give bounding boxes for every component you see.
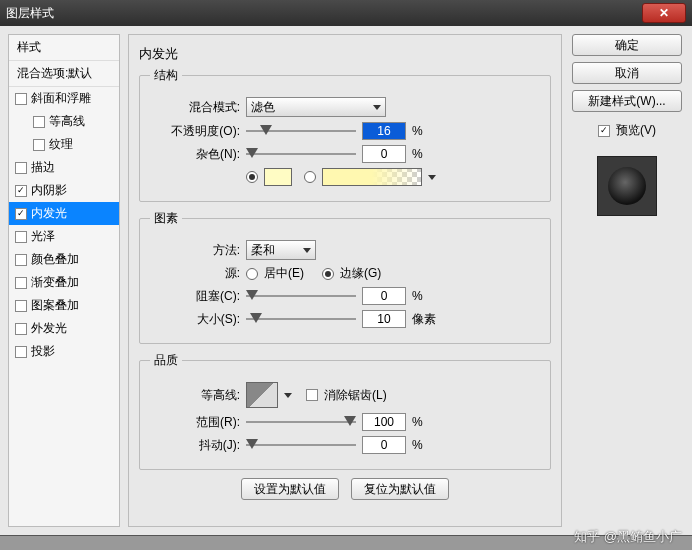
antialias-checkbox[interactable] (306, 389, 318, 401)
watermark: 知乎 @黑鲔鱼小广 (574, 528, 682, 546)
styles-sidebar: 样式 混合选项:默认 斜面和浮雕等高线纹理描边内阴影内发光光泽颜色叠加渐变叠加图… (8, 34, 120, 527)
range-slider[interactable] (246, 414, 356, 430)
source-label: 源: (150, 265, 240, 282)
preview-thumbnail (597, 156, 657, 216)
quality-group: 品质 等高线: 消除锯齿(L) 范围(R): 100 % 抖动(J): (139, 352, 551, 470)
sidebar-item-label: 光泽 (31, 228, 55, 245)
preview-checkbox[interactable] (598, 125, 610, 137)
sidebar-item-label: 颜色叠加 (31, 251, 79, 268)
sidebar-checkbox[interactable] (15, 346, 27, 358)
blend-mode-label: 混合模式: (150, 99, 240, 116)
antialias-label: 消除锯齿(L) (324, 387, 387, 404)
source-edge-radio[interactable] (322, 268, 334, 280)
sidebar-item-4[interactable]: 内阴影 (9, 179, 119, 202)
jitter-input[interactable]: 0 (362, 436, 406, 454)
noise-slider[interactable] (246, 146, 356, 162)
cancel-button[interactable]: 取消 (572, 62, 682, 84)
settings-panel: 内发光 结构 混合模式: 滤色 不透明度(O): 16 % 杂 (128, 34, 562, 527)
blend-mode-value: 滤色 (251, 99, 275, 116)
panel-title: 内发光 (139, 45, 551, 63)
opacity-slider[interactable] (246, 123, 356, 139)
ok-button[interactable]: 确定 (572, 34, 682, 56)
size-unit: 像素 (412, 311, 436, 328)
sidebar-item-8[interactable]: 渐变叠加 (9, 271, 119, 294)
noise-unit: % (412, 147, 423, 161)
opacity-label: 不透明度(O): (150, 123, 240, 140)
titlebar[interactable]: 图层样式 ✕ (0, 0, 692, 26)
sidebar-item-0[interactable]: 斜面和浮雕 (9, 87, 119, 110)
sidebar-item-6[interactable]: 光泽 (9, 225, 119, 248)
contour-picker[interactable] (246, 382, 278, 408)
elements-legend: 图素 (150, 210, 182, 227)
chevron-down-icon[interactable] (284, 393, 292, 398)
gradient-swatch[interactable] (322, 168, 422, 186)
sidebar-header[interactable]: 样式 (9, 35, 119, 61)
choke-input[interactable]: 0 (362, 287, 406, 305)
sidebar-item-11[interactable]: 投影 (9, 340, 119, 363)
structure-legend: 结构 (150, 67, 182, 84)
contour-label: 等高线: (150, 387, 240, 404)
sidebar-item-7[interactable]: 颜色叠加 (9, 248, 119, 271)
sidebar-checkbox[interactable] (15, 254, 27, 266)
layer-style-dialog: 图层样式 ✕ 样式 混合选项:默认 斜面和浮雕等高线纹理描边内阴影内发光光泽颜色… (0, 0, 692, 535)
sidebar-checkbox[interactable] (33, 139, 45, 151)
technique-select[interactable]: 柔和 (246, 240, 316, 260)
range-label: 范围(R): (150, 414, 240, 431)
sidebar-item-9[interactable]: 图案叠加 (9, 294, 119, 317)
sidebar-item-label: 纹理 (49, 136, 73, 153)
size-slider[interactable] (246, 311, 356, 327)
sidebar-item-label: 图案叠加 (31, 297, 79, 314)
sidebar-item-label: 内发光 (31, 205, 67, 222)
sidebar-item-label: 投影 (31, 343, 55, 360)
source-center-radio[interactable] (246, 268, 258, 280)
sidebar-checkbox[interactable] (33, 116, 45, 128)
choke-slider[interactable] (246, 288, 356, 304)
sidebar-item-label: 描边 (31, 159, 55, 176)
sidebar-item-label: 内阴影 (31, 182, 67, 199)
sidebar-checkbox[interactable] (15, 277, 27, 289)
color-swatch[interactable] (264, 168, 292, 186)
jitter-unit: % (412, 438, 423, 452)
sidebar-checkbox[interactable] (15, 300, 27, 312)
technique-label: 方法: (150, 242, 240, 259)
sidebar-item-3[interactable]: 描边 (9, 156, 119, 179)
jitter-label: 抖动(J): (150, 437, 240, 454)
preview-label: 预览(V) (616, 122, 656, 139)
sidebar-checkbox[interactable] (15, 231, 27, 243)
size-label: 大小(S): (150, 311, 240, 328)
new-style-button[interactable]: 新建样式(W)... (572, 90, 682, 112)
sidebar-item-1[interactable]: 等高线 (9, 110, 119, 133)
elements-group: 图素 方法: 柔和 源: 居中(E) 边缘(G) 阻塞(C): (139, 210, 551, 344)
sidebar-item-10[interactable]: 外发光 (9, 317, 119, 340)
sidebar-checkbox[interactable] (15, 162, 27, 174)
sidebar-item-label: 外发光 (31, 320, 67, 337)
sidebar-item-2[interactable]: 纹理 (9, 133, 119, 156)
blend-mode-select[interactable]: 滤色 (246, 97, 386, 117)
sidebar-item-label: 等高线 (49, 113, 85, 130)
fill-color-radio[interactable] (246, 171, 258, 183)
range-unit: % (412, 415, 423, 429)
right-panel: 确定 取消 新建样式(W)... 预览(V) (570, 34, 684, 527)
sidebar-checkbox[interactable] (15, 208, 27, 220)
sidebar-item-5[interactable]: 内发光 (9, 202, 119, 225)
close-button[interactable]: ✕ (642, 3, 686, 23)
reset-default-button[interactable]: 复位为默认值 (351, 478, 449, 500)
noise-input[interactable]: 0 (362, 145, 406, 163)
sidebar-item-label: 渐变叠加 (31, 274, 79, 291)
sidebar-checkbox[interactable] (15, 93, 27, 105)
sidebar-checkbox[interactable] (15, 185, 27, 197)
fill-gradient-radio[interactable] (304, 171, 316, 183)
size-input[interactable]: 10 (362, 310, 406, 328)
chevron-down-icon[interactable] (428, 175, 436, 180)
quality-legend: 品质 (150, 352, 182, 369)
set-default-button[interactable]: 设置为默认值 (241, 478, 339, 500)
range-input[interactable]: 100 (362, 413, 406, 431)
opacity-input[interactable]: 16 (362, 122, 406, 140)
choke-unit: % (412, 289, 423, 303)
sidebar-blend-header[interactable]: 混合选项:默认 (9, 61, 119, 87)
noise-label: 杂色(N): (150, 146, 240, 163)
jitter-slider[interactable] (246, 437, 356, 453)
source-center-label: 居中(E) (264, 265, 304, 282)
choke-label: 阻塞(C): (150, 288, 240, 305)
sidebar-checkbox[interactable] (15, 323, 27, 335)
